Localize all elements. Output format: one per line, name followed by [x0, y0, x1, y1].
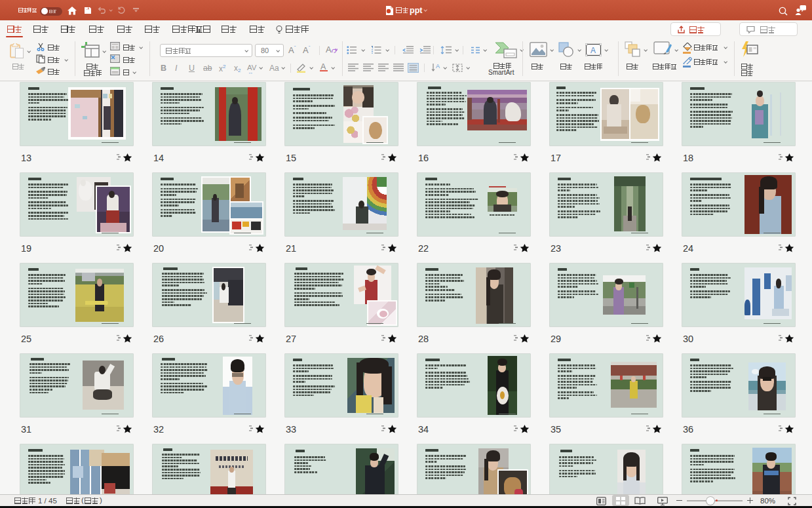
svg-text:A: A — [436, 63, 440, 69]
svg-text:A: A — [590, 46, 596, 55]
